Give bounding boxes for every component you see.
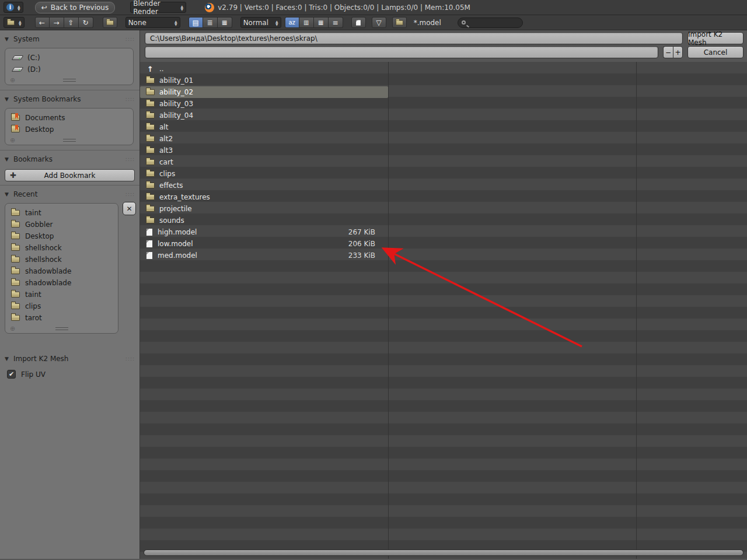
recent-item[interactable]: tarot [5, 312, 118, 324]
panel-grip-icon[interactable]: :::: [125, 191, 135, 197]
display-long-list-button[interactable]: ≣ [203, 17, 218, 28]
back-to-previous-button[interactable]: ↩ Back to Previous [35, 2, 116, 13]
recent-item[interactable]: Desktop [5, 230, 118, 242]
search-input[interactable] [458, 18, 523, 28]
panel-grip-icon[interactable]: :::: [125, 356, 135, 362]
recent-item[interactable]: taint [5, 289, 118, 300]
cancel-button[interactable]: Cancel [687, 46, 743, 58]
folder-icon [11, 292, 20, 298]
drive-item-label: (D:) [27, 65, 41, 74]
file-row[interactable]: ↑.. [140, 63, 388, 75]
filter-toggle[interactable]: ▽ [372, 17, 386, 28]
recent-folders-select[interactable]: None ▲▼ [125, 17, 180, 28]
recent-item[interactable]: shellshock [5, 242, 118, 254]
file-row[interactable]: ability_01 [140, 75, 388, 86]
show-hidden-toggle[interactable] [351, 17, 366, 28]
display-short-list-button[interactable]: ▤ [189, 17, 203, 28]
drive-item[interactable]: (D:) [5, 64, 133, 75]
file-row[interactable]: alt [140, 121, 388, 133]
horizontal-scrollbar[interactable] [144, 550, 743, 556]
folder-icon [11, 222, 20, 228]
file-row[interactable]: alt3 [140, 145, 388, 156]
recent-item[interactable]: shadowblade [5, 265, 118, 277]
folder-icon [146, 206, 155, 212]
nav-up-button[interactable]: ⇧ [64, 17, 79, 28]
sort-size-button[interactable]: ≡ [329, 17, 343, 28]
panel-grip-icon[interactable]: :::: [125, 36, 135, 42]
file-size: 206 KiB [348, 240, 375, 248]
file-row[interactable]: low.model206 KiB [140, 238, 388, 250]
file-row[interactable]: high.model267 KiB [140, 226, 388, 238]
file-row[interactable]: alt2 [140, 133, 388, 145]
file-row[interactable]: projectile [140, 203, 388, 215]
panel-header-bookmarks[interactable]: ▼ Bookmarks :::: [0, 153, 139, 166]
folder-icon [11, 315, 20, 321]
file-row[interactable]: ability_04 [140, 110, 388, 121]
filename-increment-button[interactable]: + [673, 46, 683, 58]
panel-header-recent[interactable]: ▼ Recent :::: [0, 188, 139, 201]
panel-grip-icon[interactable]: :::: [125, 96, 135, 102]
panel-header-system-bookmarks[interactable]: ▼ System Bookmarks :::: [0, 93, 139, 106]
editor-type-selector[interactable]: ▲▼ [4, 17, 25, 28]
recent-item[interactable]: shadowblade [5, 277, 118, 289]
file-row[interactable]: effects [140, 180, 388, 191]
panel-header-system[interactable]: ▼ System :::: [0, 33, 139, 46]
nav-refresh-button[interactable]: ↻ [79, 17, 93, 28]
nav-back-button[interactable]: ← [35, 17, 50, 28]
filter-folders-toggle[interactable] [392, 17, 407, 28]
new-folder-icon [106, 20, 114, 25]
recent-item-label: tarot [25, 314, 42, 322]
collapse-arrow-icon: ▼ [5, 36, 9, 42]
add-bookmark-button[interactable]: ✚ Add Bookmark [5, 169, 135, 181]
recent-item[interactable]: taint [5, 207, 118, 219]
add-item-icon[interactable]: ⊕ [10, 325, 15, 332]
folder-icon [146, 113, 155, 118]
create-directory-button[interactable] [103, 17, 117, 28]
system-bookmark-item[interactable]: Documents [5, 112, 133, 124]
file-row[interactable]: med.model233 KiB [140, 250, 388, 261]
recent-item[interactable]: Gobbler [5, 219, 118, 230]
file-browser-icon [7, 20, 15, 25]
display-thumbnails-button[interactable]: ▦ [218, 17, 232, 28]
recent-item[interactable]: clips [5, 300, 118, 312]
panel-grip-icon[interactable]: :::: [125, 156, 135, 162]
add-item-icon[interactable]: ⊕ [10, 136, 15, 144]
render-engine-select[interactable]: Blender Render ▲▼ [130, 2, 186, 13]
clear-recent-button[interactable]: ✕ [123, 202, 136, 215]
file-row[interactable]: sounds [140, 215, 388, 226]
resize-handle[interactable] [63, 79, 76, 82]
file-row[interactable]: ability_02 [140, 86, 388, 98]
folder-icon [146, 218, 155, 223]
filename-field[interactable] [145, 46, 658, 58]
file-list-area[interactable]: ↑..ability_01ability_02ability_03ability… [140, 62, 747, 559]
file-name: high.model [158, 228, 197, 236]
filename-decrement-button[interactable]: − [663, 46, 673, 58]
drive-item[interactable]: (C:) [5, 52, 133, 64]
file-name: clips [159, 170, 175, 178]
resize-handle[interactable] [55, 327, 68, 330]
panel-header-import-k2-mesh[interactable]: ▼ Import K2 Mesh :::: [0, 352, 139, 365]
nav-button-group: ← → ⇧ ↻ [35, 17, 93, 28]
file-row[interactable]: extra_textures [140, 191, 388, 203]
sort-date-button[interactable]: ▦ [314, 17, 329, 28]
editor-type-selector[interactable]: i ▲▼ [4, 2, 23, 13]
system-bookmark-item[interactable]: Desktop [5, 124, 133, 135]
resize-handle[interactable] [63, 139, 76, 142]
recent-item-label: taint [25, 290, 41, 299]
sort-alphabetical-button[interactable]: az [285, 17, 299, 28]
directory-path-field[interactable]: C:\Users\Винда\Desktop\textures\heroes\s… [145, 32, 683, 44]
file-row[interactable]: ability_03 [140, 98, 388, 110]
file-row[interactable]: cart [140, 156, 388, 168]
add-item-icon[interactable]: ⊕ [10, 76, 15, 84]
sort-mode-select[interactable]: Normal ▲▼ [240, 17, 281, 28]
recent-item-label: shadowblade [25, 267, 71, 275]
import-k2-mesh-button[interactable]: Import K2 Mesh [687, 32, 743, 44]
sort-extension-button[interactable]: ▥ [299, 17, 314, 28]
collapse-arrow-icon: ▼ [5, 96, 9, 102]
recent-item[interactable]: shellshock [5, 254, 118, 265]
recent-item-label: Desktop [25, 232, 54, 240]
file-row[interactable]: clips [140, 168, 388, 180]
nav-forward-button[interactable]: → [50, 17, 64, 28]
flip-uv-checkbox[interactable]: ✔ [7, 370, 16, 379]
sort-mode-value: Normal [243, 19, 268, 27]
